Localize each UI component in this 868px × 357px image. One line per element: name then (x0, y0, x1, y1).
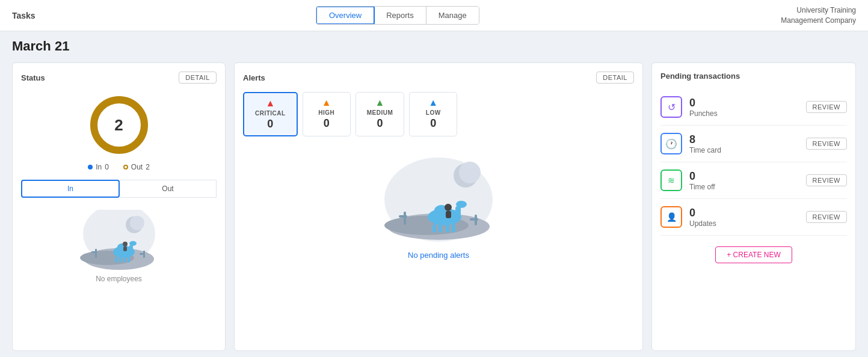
svg-rect-16 (123, 246, 127, 251)
svg-rect-13 (123, 257, 126, 263)
status-header: Status DETAIL (21, 72, 217, 84)
updates-info: 0 Updates (689, 207, 799, 228)
timecard-info: 8 Time card (689, 133, 799, 154)
status-detail-button[interactable]: DETAIL (179, 72, 217, 84)
tab-reports[interactable]: Reports (374, 7, 426, 24)
svg-rect-20 (140, 253, 145, 255)
transaction-timeoff: ≋ 0 Time off REVIEW (660, 162, 847, 199)
updates-label: Updates (689, 219, 799, 228)
alerts-illustration (378, 154, 499, 245)
alert-critical[interactable]: ▲ CRITICAL 0 (243, 92, 298, 136)
svg-point-28 (456, 201, 467, 208)
svg-rect-27 (455, 206, 461, 218)
svg-rect-35 (446, 211, 451, 218)
nav-tabs: Overview Reports Manage (316, 6, 479, 25)
tab-out[interactable]: Out (120, 180, 217, 198)
legend-out: Out 2 (123, 163, 150, 171)
svg-point-9 (129, 241, 137, 246)
svg-point-23 (459, 162, 481, 183)
timecard-icon: 🕐 (665, 138, 677, 150)
punches-review-button[interactable]: REVIEW (806, 101, 847, 113)
desert-illustration (77, 210, 161, 270)
svg-rect-36 (404, 212, 406, 225)
no-alerts-container: No pending alerts (243, 154, 634, 260)
svg-rect-8 (129, 245, 133, 253)
punches-count: 0 (689, 97, 799, 109)
no-alerts-text: No pending alerts (408, 251, 469, 260)
alert-high[interactable]: ▲ HIGH 0 (303, 92, 351, 136)
alerts-header: Alerts DETAIL (243, 72, 634, 84)
tab-overview[interactable]: Overview (316, 6, 375, 25)
svg-rect-12 (119, 257, 122, 263)
critical-label: CRITICAL (255, 110, 286, 117)
svg-rect-30 (432, 224, 436, 233)
punches-icon: ↺ (668, 102, 676, 113)
status-illustration: No employees (21, 210, 217, 283)
timeoff-info: 0 Time off (689, 170, 799, 191)
updates-review-button[interactable]: REVIEW (806, 211, 847, 223)
out-dot (123, 165, 128, 169)
legend-in: In 0 (88, 163, 109, 171)
timeoff-icon: ≋ (668, 175, 675, 185)
high-icon: ▲ (314, 97, 339, 108)
svg-point-4 (130, 216, 144, 230)
main-layout: Status DETAIL 2 In (12, 63, 856, 351)
status-title: Status (21, 73, 45, 82)
critical-count: 0 (255, 118, 286, 130)
alert-low[interactable]: ▲ LOW 0 (409, 92, 457, 136)
alert-medium[interactable]: ▲ MEDIUM 0 (356, 92, 405, 136)
low-label: LOW (420, 109, 446, 116)
pending-header: Pending transactions (660, 72, 847, 81)
punches-label: Punches (689, 109, 799, 118)
company-name: University Training Management Company (760, 5, 856, 26)
transaction-updates: 👤 0 Updates REVIEW (660, 199, 847, 236)
svg-rect-11 (115, 257, 117, 263)
tab-in[interactable]: In (21, 180, 120, 198)
timecard-review-button[interactable]: REVIEW (806, 138, 847, 150)
high-count: 0 (314, 117, 339, 130)
alerts-card: Alerts DETAIL ▲ CRITICAL 0 ▲ HIGH 0 ▲ ME… (234, 63, 643, 351)
in-out-legend: In 0 Out 2 (21, 163, 217, 171)
updates-count: 0 (689, 207, 799, 219)
in-label: In (96, 163, 102, 171)
create-new-button[interactable]: + CREATE NEW (715, 246, 792, 263)
create-new-container: + CREATE NEW (660, 246, 847, 263)
page-content: March 21 Status DETAIL 2 (0, 31, 868, 357)
timeoff-icon-box: ≋ (660, 169, 682, 191)
donut-chart: 2 (86, 92, 152, 158)
tab-manage[interactable]: Manage (426, 7, 479, 24)
punches-info: 0 Punches (689, 97, 799, 118)
svg-rect-33 (452, 224, 455, 233)
medium-icon: ▲ (367, 97, 393, 108)
svg-rect-31 (439, 224, 442, 233)
timecard-count: 8 (689, 133, 799, 146)
out-count: 2 (146, 163, 150, 171)
svg-point-34 (445, 204, 452, 211)
medium-count: 0 (367, 117, 393, 130)
no-employees-label: No employees (96, 275, 142, 283)
timeoff-review-button[interactable]: REVIEW (806, 174, 847, 186)
transaction-punches: ↺ 0 Punches REVIEW (660, 89, 847, 126)
alert-levels: ▲ CRITICAL 0 ▲ HIGH 0 ▲ MEDIUM 0 ▲ LOW (243, 92, 634, 136)
transaction-timecard: 🕐 8 Time card REVIEW (660, 126, 847, 162)
timeoff-count: 0 (689, 170, 799, 183)
low-count: 0 (420, 117, 446, 130)
svg-rect-32 (446, 224, 449, 233)
svg-rect-18 (91, 251, 97, 253)
high-label: HIGH (314, 109, 339, 116)
low-icon: ▲ (420, 97, 446, 108)
svg-rect-17 (95, 249, 97, 258)
punches-icon-box: ↺ (660, 96, 682, 118)
svg-point-15 (123, 242, 128, 246)
pending-title: Pending transactions (660, 72, 740, 81)
donut-container: 2 (21, 92, 217, 158)
timecard-icon-box: 🕐 (660, 133, 682, 154)
updates-icon: 👤 (666, 212, 677, 222)
page-date: March 21 (12, 38, 856, 54)
timeoff-label: Time off (689, 183, 799, 191)
critical-icon: ▲ (255, 98, 286, 109)
status-card: Status DETAIL 2 In (12, 63, 226, 351)
in-dot (88, 165, 93, 169)
alerts-detail-button[interactable]: DETAIL (596, 72, 634, 84)
svg-rect-14 (128, 257, 130, 263)
